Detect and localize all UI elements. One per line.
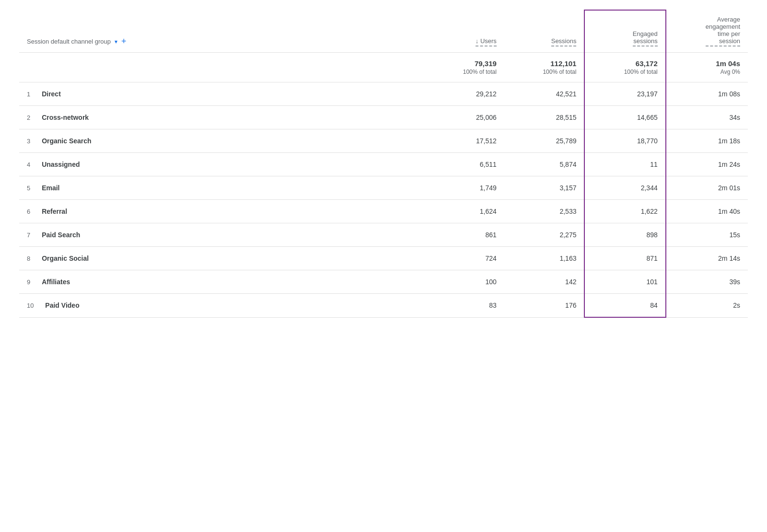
sessions-column-header[interactable]: Sessions xyxy=(504,10,585,53)
users-value: 6,511 xyxy=(480,161,497,168)
engaged-sessions-cell: 14,665 xyxy=(584,106,665,129)
avg-engagement-value: 1m 24s xyxy=(718,161,740,168)
users-value: 724 xyxy=(485,254,496,262)
dimension-cell: 7 Paid Search xyxy=(19,223,425,247)
dropdown-arrow-icon[interactable]: ▾ xyxy=(115,38,117,45)
totals-engaged-sessions-value: 63,172 xyxy=(593,59,657,68)
row-channel-name: Affiliates xyxy=(42,278,70,286)
table-header-row: Session default channel group ▾ + ↓ User… xyxy=(19,10,748,53)
row-number: 6 xyxy=(27,208,30,215)
row-channel-name: Cross-network xyxy=(42,114,89,121)
avg-engagement-cell: 1m 40s xyxy=(666,200,748,223)
table-row[interactable]: 8 Organic Social 724 1,163 871 2m 14s xyxy=(19,247,748,270)
users-cell: 83 xyxy=(425,294,504,318)
dimension-column-header: Session default channel group ▾ + xyxy=(19,10,425,53)
sessions-value: 176 xyxy=(565,301,576,309)
avg-engagement-value: 1m 08s xyxy=(718,90,740,98)
engaged-sessions-value: 1,622 xyxy=(641,208,658,215)
avg-engagement-value: 2s xyxy=(733,301,740,309)
dimension-cell: 10 Paid Video xyxy=(19,294,425,318)
sessions-value: 25,789 xyxy=(556,137,577,145)
row-number: 8 xyxy=(27,255,30,262)
totals-engaged-sessions-cell: 63,172 100% of total xyxy=(584,53,665,82)
sessions-value: 3,157 xyxy=(559,184,576,192)
totals-users-cell: 79,319 100% of total xyxy=(425,53,504,82)
avg-engagement-cell: 15s xyxy=(666,223,748,247)
add-column-button[interactable]: + xyxy=(121,36,127,46)
totals-avg-engagement-pct: Avg 0% xyxy=(674,69,740,75)
users-cell: 6,511 xyxy=(425,153,504,176)
engaged-sessions-cell: 1,622 xyxy=(584,200,665,223)
data-table: Session default channel group ▾ + ↓ User… xyxy=(19,10,748,318)
dimension-cell: 4 Unassigned xyxy=(19,153,425,176)
sessions-cell: 28,515 xyxy=(504,106,585,129)
row-number: 4 xyxy=(27,161,30,168)
engaged-sessions-header-label: Engagedsessions xyxy=(633,30,658,46)
sessions-value: 28,515 xyxy=(556,114,577,121)
row-channel-name: Unassigned xyxy=(42,161,80,168)
row-channel-name: Organic Search xyxy=(42,137,92,145)
dimension-cell: 3 Organic Search xyxy=(19,129,425,153)
avg-engagement-value: 34s xyxy=(729,114,740,121)
avg-engagement-cell: 2m 01s xyxy=(666,176,748,200)
totals-users-value: 79,319 xyxy=(432,59,497,68)
row-channel-name: Direct xyxy=(42,90,61,98)
users-value: 100 xyxy=(485,278,496,286)
table-row[interactable]: 3 Organic Search 17,512 25,789 18,770 1m… xyxy=(19,129,748,153)
avg-engagement-cell: 1m 24s xyxy=(666,153,748,176)
engaged-sessions-value: 84 xyxy=(650,301,658,309)
table-row[interactable]: 6 Referral 1,624 2,533 1,622 1m 40s xyxy=(19,200,748,223)
sessions-cell: 5,874 xyxy=(504,153,585,176)
sessions-cell: 2,275 xyxy=(504,223,585,247)
users-cell: 1,749 xyxy=(425,176,504,200)
sessions-cell: 25,789 xyxy=(504,129,585,153)
table-row[interactable]: 2 Cross-network 25,006 28,515 14,665 34s xyxy=(19,106,748,129)
table-row[interactable]: 10 Paid Video 83 176 84 2s xyxy=(19,294,748,318)
dimension-cell: 2 Cross-network xyxy=(19,106,425,129)
engaged-sessions-value: 23,197 xyxy=(637,90,658,98)
users-cell: 17,512 xyxy=(425,129,504,153)
analytics-table-container: Session default channel group ▾ + ↓ User… xyxy=(0,0,767,327)
users-header-label: ↓ Users xyxy=(476,37,497,46)
table-row[interactable]: 1 Direct 29,212 42,521 23,197 1m 08s xyxy=(19,82,748,106)
engaged-sessions-cell: 871 xyxy=(584,247,665,270)
sessions-header-label: Sessions xyxy=(551,37,577,46)
row-number: 3 xyxy=(27,138,30,145)
avg-engagement-column-header[interactable]: Averageengagementtime persession xyxy=(666,10,748,53)
users-cell: 1,624 xyxy=(425,200,504,223)
sessions-value: 5,874 xyxy=(559,161,576,168)
row-number: 5 xyxy=(27,185,30,192)
avg-engagement-value: 39s xyxy=(729,278,740,286)
engaged-sessions-cell: 84 xyxy=(584,294,665,318)
dimension-cell: 9 Affiliates xyxy=(19,270,425,294)
totals-engaged-sessions-pct: 100% of total xyxy=(593,69,657,75)
engaged-sessions-cell: 2,344 xyxy=(584,176,665,200)
users-cell: 100 xyxy=(425,270,504,294)
dimension-label: Session default channel group xyxy=(27,38,111,45)
table-row[interactable]: 9 Affiliates 100 142 101 39s xyxy=(19,270,748,294)
table-row[interactable]: 5 Email 1,749 3,157 2,344 2m 01s xyxy=(19,176,748,200)
engaged-sessions-value: 871 xyxy=(646,254,657,262)
sessions-value: 2,533 xyxy=(559,208,576,215)
row-channel-name: Organic Social xyxy=(42,254,89,262)
table-row[interactable]: 7 Paid Search 861 2,275 898 15s xyxy=(19,223,748,247)
users-value: 1,624 xyxy=(480,208,497,215)
engaged-sessions-cell: 11 xyxy=(584,153,665,176)
totals-dimension-cell xyxy=(19,53,425,82)
users-column-header[interactable]: ↓ Users xyxy=(425,10,504,53)
sessions-cell: 3,157 xyxy=(504,176,585,200)
engaged-sessions-cell: 101 xyxy=(584,270,665,294)
dimension-cell: 1 Direct xyxy=(19,82,425,106)
users-value: 25,006 xyxy=(476,114,497,121)
engaged-sessions-column-header[interactable]: Engagedsessions xyxy=(584,10,665,53)
table-row[interactable]: 4 Unassigned 6,511 5,874 11 1m 24s xyxy=(19,153,748,176)
sessions-value: 42,521 xyxy=(556,90,577,98)
engaged-sessions-cell: 18,770 xyxy=(584,129,665,153)
users-cell: 25,006 xyxy=(425,106,504,129)
avg-engagement-value: 2m 01s xyxy=(718,184,740,192)
sessions-value: 2,275 xyxy=(559,231,576,239)
engaged-sessions-value: 11 xyxy=(650,161,658,168)
avg-engagement-cell: 39s xyxy=(666,270,748,294)
dimension-cell: 6 Referral xyxy=(19,200,425,223)
totals-row: 79,319 100% of total 112,101 100% of tot… xyxy=(19,53,748,82)
